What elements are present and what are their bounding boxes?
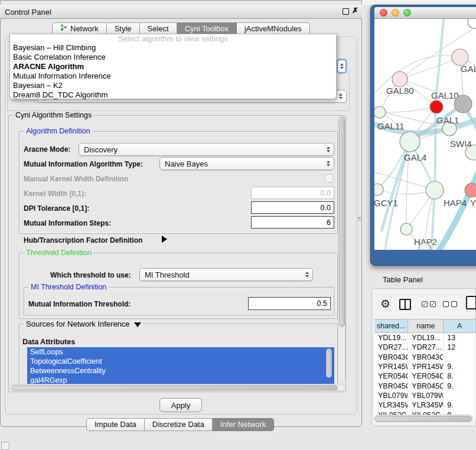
table-cell[interactable]: YBR045C <box>408 381 444 390</box>
network-node-gal7[interactable] <box>452 49 468 66</box>
table-row[interactable]: YDL19...YDL19...13 <box>374 333 476 343</box>
table-cell[interactable] <box>444 391 476 400</box>
gear-icon[interactable]: ⚙ <box>380 297 390 310</box>
tab-discretize-data[interactable]: Discretize Data <box>145 418 213 431</box>
columns-icon[interactable] <box>399 299 411 310</box>
table-cell[interactable]: YBR043C <box>408 353 444 362</box>
column-header-name[interactable]: name <box>408 319 444 332</box>
table-cell[interactable]: 13 <box>444 333 476 343</box>
dropdown-item-basic-correlation-inference[interactable]: Basic Correlation Inference <box>10 53 336 62</box>
attribute-item-topologicalcoefficient[interactable]: TopologicalCoefficient <box>27 357 334 366</box>
cyni-algorithm-settings-title: Cyni Algorithm Settings <box>13 111 94 119</box>
table-cell[interactable]: YDL19... <box>374 333 408 343</box>
column-header-shared[interactable]: shared... <box>374 319 408 332</box>
manual-kernel-checkbox[interactable] <box>325 174 333 182</box>
expand-right-icon[interactable] <box>162 236 167 243</box>
table-row[interactable]: YBR045CYBR045C9. <box>374 381 476 390</box>
table-cell[interactable]: YLR345W <box>408 400 444 410</box>
network-node[interactable] <box>454 95 472 113</box>
table-cell[interactable]: 9. <box>444 381 476 390</box>
table-cell[interactable]: YLR345W <box>374 400 408 410</box>
which-threshold-combobox[interactable]: MI Threshold <box>139 268 313 281</box>
settings-vscrollbar-thumb[interactable] <box>339 117 345 327</box>
table-row[interactable]: YDR27...YDR27...12 <box>374 343 476 352</box>
traffic-light-close-icon[interactable] <box>380 9 387 17</box>
network-node-gcy1[interactable] <box>374 184 383 195</box>
table-cell[interactable]: YDL19... <box>408 333 444 343</box>
network-node-hap2[interactable] <box>400 223 412 235</box>
table-cell[interactable]: YBL079W <box>374 391 408 400</box>
window-float-icon[interactable] <box>343 8 349 15</box>
network-node-label: GCY1 <box>374 198 398 208</box>
table-cell[interactable]: 12 <box>444 343 476 352</box>
dropdown-item-aracne-algorithm[interactable]: ARACNE Algorithm <box>10 62 336 71</box>
table-row[interactable]: YBR043CYBR043C <box>374 353 476 362</box>
attribute-item-betweennesscentrality[interactable]: BetweennessCentrality <box>27 366 334 376</box>
attributes-scrollbar-thumb[interactable] <box>326 348 332 378</box>
aracne-mode-combobox[interactable]: Discovery <box>79 143 334 156</box>
table-row[interactable]: YPR145WYPR145W9. <box>374 362 476 371</box>
table-hscrollbar-thumb[interactable] <box>375 416 472 422</box>
table-cell[interactable]: YER054C <box>408 371 444 381</box>
network-node-gal80[interactable] <box>392 71 407 87</box>
dpi-tolerance-field[interactable]: 0.0 <box>251 201 334 214</box>
mi-steps-field[interactable]: 6 <box>251 216 334 229</box>
apply-button[interactable]: Apply <box>159 398 202 412</box>
table-cell[interactable]: 9. <box>444 400 476 410</box>
window-close-icon[interactable]: ✗ <box>352 6 358 15</box>
settings-hscrollbar-thumb[interactable] <box>11 385 338 390</box>
table-cell[interactable]: YPR145W <box>408 362 444 371</box>
table-row[interactable]: YER054CYER054C8. <box>374 371 476 381</box>
table-cell[interactable]: YER054C <box>374 371 408 381</box>
network-node-gal10[interactable] <box>430 100 443 113</box>
split-divider-handle[interactable] <box>358 215 362 222</box>
attribute-item-selfloops[interactable]: SelfLoops <box>27 347 334 357</box>
traffic-light-minimize-icon[interactable] <box>392 9 399 17</box>
tab-impute-data[interactable]: Impute Data <box>86 418 145 431</box>
network-window-titlebar[interactable] <box>374 7 476 19</box>
network-node-label: GAL11 <box>377 121 405 131</box>
dropdown-item-bayesian-k2[interactable]: Bayesian – K2 <box>10 81 336 90</box>
table-cell[interactable]: YDR27... <box>374 343 408 352</box>
table-cell[interactable]: 9. <box>444 362 476 371</box>
table-row[interactable]: YBL079WYBL079W <box>374 391 476 400</box>
aracne-mode-value: Discovery <box>84 145 118 154</box>
hub-definition-label: Hub/Transcription Factor Definition <box>24 236 142 244</box>
collapse-down-icon[interactable] <box>134 322 141 327</box>
network-node[interactable] <box>468 19 476 28</box>
network-canvas[interactable]: GAL7GAL80GAL10GAL1GAL11GAL4SWI4GCY1HAP4Y… <box>374 19 476 250</box>
new-table-icon[interactable] <box>466 296 476 309</box>
cyni-mode-tab-bar: Impute DataDiscretize DataInfer Network <box>86 418 274 431</box>
algorithm-combobox-stepper[interactable] <box>337 59 347 73</box>
aracne-mode-label: Aracne Mode: <box>24 145 70 154</box>
table-cell[interactable]: YDR27... <box>408 343 444 352</box>
attribute-item-gal4rgexp[interactable]: gal4RGexp <box>27 376 334 384</box>
threshold-definition-title: Threshold Definition <box>24 249 94 257</box>
deselect-all-columns-icon[interactable] <box>443 301 457 307</box>
table-cell[interactable]: 8. <box>444 371 476 381</box>
select-all-columns-icon[interactable]: ✓✓ <box>422 301 436 307</box>
network-node-hap4[interactable] <box>426 181 444 199</box>
minimized-panel-icon[interactable] <box>1 442 9 450</box>
tab-infer-network[interactable]: Infer Network <box>213 418 274 431</box>
mi-threshold-label: Mutual Information Threshold: <box>28 300 131 308</box>
dropdown-item-bayesian-hill-climbing[interactable]: Bayesian – Hill Climbing <box>10 43 336 53</box>
sources-title: Sources for Network Inference <box>24 319 144 328</box>
data-attributes-list: SelfLoopsTopologicalCoefficientBetweenne… <box>27 347 334 384</box>
dropdown-item-dream8-dc-tdc-algorithm[interactable]: Dream8 DC_TDC Algorithm <box>10 90 336 100</box>
network-node-gal4[interactable] <box>400 132 420 152</box>
table-row[interactable]: YLR345WYLR345W9. <box>374 400 476 410</box>
table-cell[interactable]: YBL079W <box>408 391 444 400</box>
mi-threshold-field[interactable]: 0.5 <box>248 297 331 310</box>
dropdown-item-mutual-information-inference[interactable]: Mutual Information Inference <box>10 71 336 81</box>
network-node-gal11[interactable] <box>374 106 386 118</box>
table-cell[interactable] <box>444 353 476 362</box>
column-header-a[interactable]: A <box>444 319 476 332</box>
traffic-light-zoom-icon[interactable] <box>403 9 411 17</box>
table-cell[interactable]: YBR043C <box>374 353 408 362</box>
kernel-width-field[interactable]: 0.0 <box>251 187 334 199</box>
table-cell[interactable]: YBR045C <box>374 381 408 390</box>
table-cell[interactable]: YPR145W <box>374 362 408 371</box>
network-node-y[interactable] <box>465 183 476 197</box>
mi-type-combobox[interactable]: Naive Bayes <box>159 157 334 170</box>
